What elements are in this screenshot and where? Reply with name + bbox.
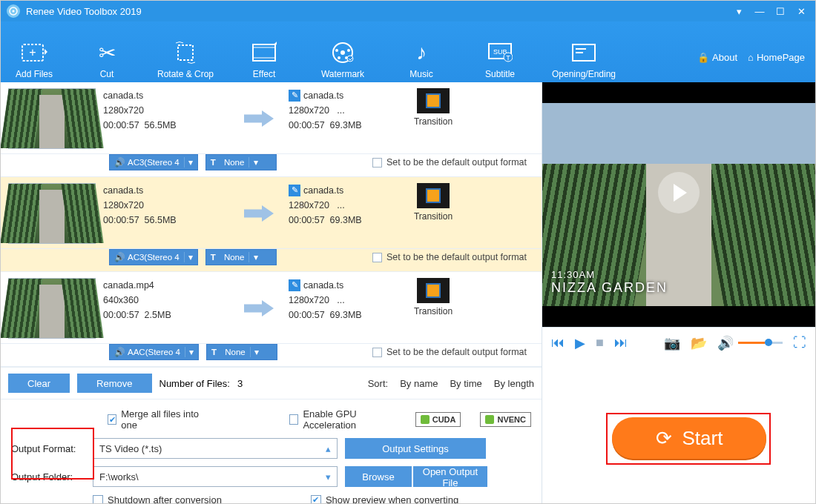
snapshot-button[interactable]: 📷 (664, 335, 680, 351)
file-row[interactable]: canada.mp4 640x360 00:00:57 2.5MB ✎canad… (1, 272, 542, 344)
homepage-link[interactable]: ⌂ HomePage (748, 52, 805, 63)
chevron-up-icon: ▴ (326, 443, 331, 454)
lock-icon: 🔒 (697, 52, 709, 63)
cuda-badge: CUDA (415, 412, 461, 427)
clear-button[interactable]: Clear (8, 374, 70, 393)
play-overlay-button[interactable] (658, 172, 700, 213)
transition-icon (417, 183, 450, 208)
svg-point-1 (13, 10, 15, 13)
volume-control[interactable]: 🔊 (717, 335, 783, 351)
file-thumbnail[interactable] (8, 183, 96, 244)
input-meta: canada.ts 1280x720 00:00:57 56.5MB (103, 183, 229, 244)
output-format-value: TS Video (*.ts) (99, 443, 162, 454)
maximize-button[interactable]: ☐ (772, 4, 789, 18)
input-resolution: 640x360 (103, 293, 229, 308)
audio-dropdown[interactable]: 🔊AC3(Stereo 4 ▾ (109, 249, 198, 265)
sort-group: Sort: By name By time By length (368, 378, 534, 389)
player-controls: ⏮ ▶ ■ ⏭ 📷 📂 🔊 ⛶ (542, 327, 815, 358)
edit-icon[interactable]: ✎ (289, 279, 300, 291)
close-button[interactable]: ✕ (793, 4, 809, 18)
default-format-checkbox[interactable]: Set to be the default output format (372, 157, 534, 168)
tool-label: Cut (68, 69, 146, 79)
sort-by-length[interactable]: By length (494, 378, 534, 389)
file-count: 3 (237, 378, 243, 389)
open-output-button[interactable]: Open Output File (413, 466, 487, 487)
svg-rect-4 (178, 45, 193, 60)
file-row[interactable]: canada.ts 1280x720 00:00:57 56.5MB ✎cana… (1, 82, 542, 154)
preview-checkbox[interactable]: ✔ Show preview when converting (311, 494, 458, 504)
gpu-checkbox[interactable]: Enable GPU Acceleration (289, 408, 396, 431)
output-settings-button[interactable]: Output Settings (345, 438, 486, 459)
stop-button[interactable]: ■ (596, 335, 604, 351)
output-dur-size: 00:00:57 69.3MB (289, 118, 400, 133)
default-format-label: Set to be the default output format (386, 157, 527, 168)
volume-slider[interactable] (738, 342, 783, 344)
input-meta: canada.mp4 640x360 00:00:57 2.5MB (103, 278, 229, 339)
checkbox-icon (372, 348, 382, 357)
prev-button[interactable]: ⏮ (551, 335, 565, 351)
remove-button[interactable]: Remove (77, 374, 151, 393)
sort-by-time[interactable]: By time (450, 378, 481, 389)
input-resolution: 1280x720 (103, 198, 229, 213)
chevron-down-icon: ▾ (326, 471, 331, 483)
merge-label: Merge all files into one (121, 408, 203, 431)
transition-button[interactable]: Transition (407, 183, 459, 244)
sort-by-name[interactable]: By name (400, 378, 438, 389)
merge-checkbox[interactable]: ✔ Merge all files into one (108, 408, 203, 431)
video-preview[interactable]: 11:30AM NIZZA GARDEN (542, 82, 815, 327)
tool-watermark[interactable]: Watermark (303, 36, 382, 79)
tool-label: Effect (225, 69, 303, 79)
edit-icon[interactable]: ✎ (289, 90, 300, 102)
tool-cut[interactable]: ✂ Cut (68, 36, 146, 79)
tool-add-files[interactable]: + Add Files (1, 36, 68, 79)
minimize-button[interactable]: — (751, 4, 768, 18)
input-filename: canada.mp4 (103, 278, 229, 293)
tool-music[interactable]: ♪ Music (382, 36, 461, 79)
file-thumbnail[interactable] (8, 278, 96, 339)
subtitle-dropdown[interactable]: T None ▾ (205, 154, 277, 170)
fullscreen-button[interactable]: ⛶ (793, 335, 806, 351)
tool-effect[interactable]: ✦ Effect (225, 36, 303, 79)
preview-caption: 11:30AM NIZZA GARDEN (551, 269, 668, 296)
browse-button[interactable]: Browse (345, 466, 412, 487)
file-row[interactable]: canada.ts 1280x720 00:00:57 56.5MB ✎cana… (1, 177, 542, 249)
svg-point-12 (347, 49, 350, 52)
default-format-checkbox[interactable]: Set to be the default output format (372, 347, 534, 357)
volume-icon: 🔊 (717, 335, 734, 351)
output-resolution: 1280x720 ... (289, 198, 400, 213)
about-link[interactable]: 🔒 About (697, 52, 737, 63)
transition-label: Transition (407, 306, 459, 316)
output-folder-combo[interactable]: F:\works\ ▾ (93, 466, 338, 487)
tool-opening-ending[interactable]: Opening/Ending (539, 36, 628, 79)
audio-dropdown[interactable]: 🔊AC3(Stereo 4 ▾ (109, 154, 198, 170)
scissors-icon: ✂ (68, 36, 146, 69)
tool-subtitle[interactable]: SUBT Subtitle (461, 36, 539, 79)
transition-button[interactable]: Transition (407, 88, 459, 149)
play-button[interactable]: ▶ (575, 335, 585, 351)
output-meta: ✎canada.ts 1280x720 ... 00:00:57 69.3MB (289, 183, 400, 244)
transition-button[interactable]: Transition (407, 278, 459, 339)
default-format-checkbox[interactable]: Set to be the default output format (372, 252, 534, 262)
svg-text:T: T (506, 54, 510, 62)
file-list: canada.ts 1280x720 00:00:57 56.5MB ✎cana… (1, 82, 542, 367)
tool-rotate-crop[interactable]: Rotate & Crop (146, 36, 225, 79)
audio-dropdown[interactable]: 🔊AAC(Stereo 4 ▾ (109, 344, 199, 360)
chevron-down-icon: ▾ (184, 252, 197, 262)
sort-label: Sort: (368, 378, 388, 389)
edit-icon[interactable]: ✎ (289, 185, 300, 196)
app-logo-icon (7, 4, 20, 18)
dropdown-icon[interactable]: ▾ (731, 4, 747, 18)
next-button[interactable]: ⏭ (614, 335, 628, 351)
file-row-footer: 🔊AAC(Stereo 4 ▾ T None ▾ Set to be the d… (1, 344, 542, 367)
subtitle-prefix-icon: T (211, 348, 217, 357)
file-thumbnail[interactable] (8, 88, 96, 149)
input-dur-size: 00:00:57 56.5MB (103, 213, 229, 228)
output-format-combo[interactable]: TS Video (*.ts) ▴ (93, 438, 338, 459)
open-folder-button[interactable]: 📂 (691, 335, 707, 351)
subtitle-dropdown[interactable]: T None ▾ (206, 344, 277, 360)
subtitle-dropdown[interactable]: T None ▾ (205, 249, 277, 265)
chevron-down-icon: ▾ (185, 347, 198, 357)
home-icon: ⌂ (748, 52, 754, 63)
shutdown-checkbox[interactable]: Shutdown after conversion (93, 494, 222, 504)
file-row-footer: 🔊AC3(Stereo 4 ▾ T None ▾ Set to be the d… (1, 154, 542, 177)
